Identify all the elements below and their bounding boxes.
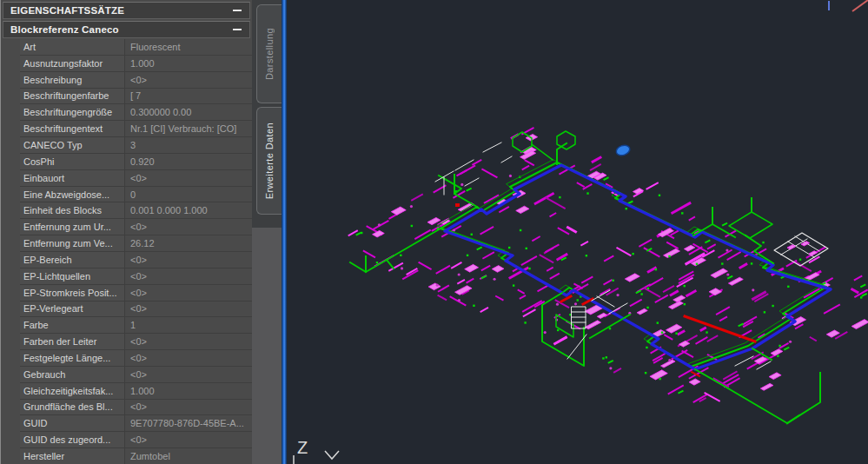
property-label: Grundfläche des Bl... (20, 400, 125, 416)
drawing-viewport[interactable]: Z (287, 0, 868, 464)
property-row[interactable]: Beschriftungenfarbe[ 7 (20, 89, 252, 105)
property-row[interactable]: BeschriftungentextNr.1 [CI] Verbrauch: [… (20, 121, 252, 137)
property-value[interactable]: 0.001 0.000 1.000 (125, 202, 252, 219)
property-row[interactable]: Gebrauch<0> (20, 367, 252, 383)
property-row[interactable]: CANECO Typ3 (20, 137, 252, 154)
property-label: Gleichzeitigkeitsfak... (20, 383, 125, 400)
property-label: Gebrauch (20, 367, 125, 383)
property-label: Festgelegte Länge... (20, 350, 125, 367)
palette-title-bar[interactable]: EIGENSCHAFTSSÄTZE (3, 2, 250, 19)
ucs-z-axis-label: Z (297, 438, 308, 457)
property-label: CosPhi (20, 154, 125, 170)
property-row[interactable]: Beschriftungengröße0.300000 0.00 (20, 104, 252, 121)
property-row[interactable]: EP-Stromkreis Posit...<0> (20, 285, 252, 302)
property-row[interactable]: Gleichzeitigkeitsfak...1.000 (20, 383, 252, 400)
block-section-bar[interactable]: Blockreferenz Caneco (3, 21, 250, 38)
property-value[interactable]: 0.920 (125, 154, 252, 170)
property-label: EP-Verlegeart (20, 302, 125, 318)
property-row[interactable]: Ausnutzungsfaktor1.000 (20, 56, 252, 72)
property-value[interactable]: <0> (125, 285, 252, 302)
property-label: Beschriftungengröße (20, 104, 125, 121)
property-label: Art (20, 39, 125, 56)
property-row[interactable]: EP-Bereich<0> (20, 252, 252, 268)
palette-tab-strip: Darstellung Erweiterte Daten (252, 0, 282, 464)
tab-label: Darstellung (264, 28, 275, 80)
property-value[interactable]: <0> (125, 350, 252, 367)
property-label: Hersteller (20, 448, 125, 464)
property-value[interactable]: <0> (125, 219, 252, 235)
property-value[interactable]: 1.000 (125, 56, 252, 72)
property-value[interactable]: [ 7 (125, 89, 252, 105)
property-value[interactable]: <0> (125, 170, 252, 187)
property-label: GUID (20, 415, 125, 432)
property-label: Einbauort (20, 170, 125, 187)
property-label: EP-Bereich (20, 252, 125, 268)
property-label: Beschriftungentext (20, 121, 125, 137)
property-value[interactable]: <0> (125, 72, 252, 89)
property-row[interactable]: EP-Verlegeart<0> (20, 302, 252, 318)
property-row[interactable]: Einbauort<0> (20, 170, 252, 187)
property-label: EP-Stromkreis Posit... (20, 285, 125, 302)
app-window: EIGENSCHAFTSSÄTZE Blockreferenz Caneco A… (0, 0, 868, 464)
property-value[interactable]: 9E707780-876D-45BE-A... (125, 415, 252, 432)
collapse-icon[interactable] (233, 29, 242, 30)
property-label: Eine Abzweigdose... (20, 187, 125, 203)
property-row[interactable]: CosPhi0.920 (20, 154, 252, 170)
property-label: Farben der Leiter (20, 334, 125, 350)
property-label: Entfernung zum Ur... (20, 219, 125, 235)
property-row[interactable]: GUID9E707780-876D-45BE-A... (20, 415, 252, 432)
property-row[interactable]: Farbe1 (20, 317, 252, 334)
property-value[interactable]: 0 (125, 187, 252, 203)
property-value[interactable]: <0> (125, 334, 252, 350)
property-value[interactable]: <0> (125, 302, 252, 318)
tab-darstellung[interactable]: Darstellung (256, 4, 282, 103)
property-value[interactable]: Zumtobel (125, 448, 252, 464)
property-value[interactable]: Nr.1 [CI] Verbrauch: [CO] (125, 121, 252, 137)
property-row[interactable]: Entfernung zum Ur...<0> (20, 219, 252, 235)
property-label: CANECO Typ (20, 137, 125, 154)
property-label: Einheit des Blocks (20, 202, 125, 219)
property-value[interactable]: <0> (125, 432, 252, 448)
property-row[interactable]: Festgelegte Länge...<0> (20, 350, 252, 367)
property-row[interactable]: ArtFluorescent (20, 39, 252, 56)
property-row[interactable]: Grundfläche des Bl...<0> (20, 400, 252, 416)
properties-palette: EIGENSCHAFTSSÄTZE Blockreferenz Caneco A… (0, 0, 252, 464)
property-label: GUID des zugeord... (20, 432, 125, 448)
block-section-title: Blockreferenz Caneco (10, 24, 119, 35)
property-value[interactable]: 3 (125, 137, 252, 154)
property-grid: ArtFluorescentAusnutzungsfaktor1.000Besc… (1, 39, 252, 464)
palette-title: EIGENSCHAFTSSÄTZE (10, 5, 124, 16)
property-value[interactable]: <0> (125, 400, 252, 416)
property-label: Ausnutzungsfaktor (20, 56, 125, 72)
property-row[interactable]: Eine Abzweigdose...0 (20, 187, 252, 203)
property-label: Entfernung zum Ve... (20, 235, 125, 252)
property-row[interactable]: Beschreibung<0> (20, 72, 252, 89)
tab-label: Erweiterte Daten (264, 123, 275, 199)
property-label: Beschreibung (20, 72, 125, 89)
property-row[interactable]: Farben der Leiter<0> (20, 334, 252, 350)
cad-drawing[interactable]: Z (287, 0, 868, 464)
property-value[interactable]: <0> (125, 252, 252, 268)
property-value[interactable]: 0.300000 0.00 (125, 104, 252, 121)
property-value[interactable]: 1.000 (125, 383, 252, 400)
property-label: Beschriftungenfarbe (20, 89, 125, 105)
property-row[interactable]: EP-Lichtquellen<0> (20, 268, 252, 285)
property-row[interactable]: GUID des zugeord...<0> (20, 432, 252, 448)
tab-erweiterte-daten[interactable]: Erweiterte Daten (256, 107, 282, 215)
property-value[interactable]: 26.12 (125, 235, 252, 252)
property-value[interactable]: <0> (125, 367, 252, 383)
property-value[interactable]: <0> (125, 268, 252, 285)
collapse-icon[interactable] (233, 10, 242, 11)
property-value[interactable]: Fluorescent (125, 39, 252, 56)
property-row[interactable]: Einheit des Blocks0.001 0.000 1.000 (20, 202, 252, 219)
property-label: Farbe (20, 317, 125, 334)
property-row[interactable]: HerstellerZumtobel (20, 448, 252, 464)
property-value[interactable]: 1 (125, 317, 252, 334)
property-label: EP-Lichtquellen (20, 268, 125, 285)
property-row[interactable]: Entfernung zum Ve...26.12 (20, 235, 252, 252)
